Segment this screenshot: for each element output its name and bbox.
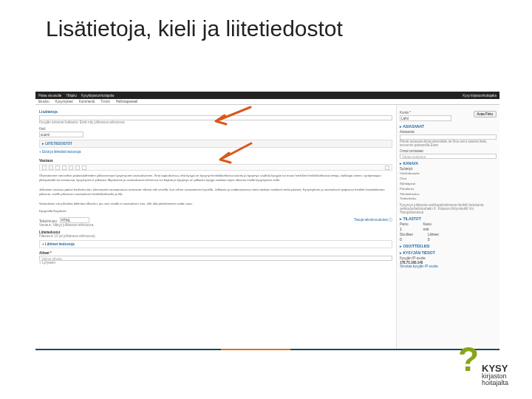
paino-label: Paino	[400, 222, 409, 226]
asiasanat-header[interactable]: ▸ ASIASANAT	[400, 124, 497, 129]
kesto-label: Kesto	[423, 222, 432, 226]
nav-home[interactable]: Etusivu	[38, 100, 50, 103]
liite2-add[interactable]: + Lähtiset tiedostoja	[39, 240, 392, 248]
expand-icon[interactable]	[385, 166, 389, 170]
aiheet-input[interactable]: Valitse aiheita	[39, 256, 392, 261]
kanava-item[interactable]: Chat	[400, 177, 497, 182]
right-pane: Avaa Finto Kunta * Lahti ▸ ASIASANAT Asi…	[396, 105, 499, 350]
nav-dashboard[interactable]: Hallintapaneeli	[116, 100, 138, 103]
asiasanat-label: Asiasanat	[400, 130, 497, 134]
osoite-header[interactable]: ▸ OSOITTEELIISI	[400, 244, 497, 248]
kieli-select[interactable]: suomi	[39, 132, 83, 137]
lisatiedot-header: Lisätietoja	[39, 109, 392, 114]
aiheet-add[interactable]: + Lyhyteen	[39, 261, 392, 265]
lisatiedot-field[interactable]	[39, 115, 392, 120]
editor-toolbar[interactable]	[39, 164, 392, 171]
kanava-list[interactable]: Verkkolomake Chat Sähköposti Puhelimet T…	[400, 171, 497, 202]
asiasanat-help: Päivät asiasana kirjotuskenttään tai fin…	[400, 140, 497, 147]
topbar: Palaa sivustolle Ylläpito Kysykirjastonh…	[35, 92, 499, 99]
lahde-value: 0	[428, 237, 439, 242]
sivu-value: 0	[400, 237, 413, 242]
sivu-label: Sivulliset	[400, 233, 413, 236]
kanava-header[interactable]: ▸ KANAVA	[400, 161, 497, 166]
kysyja-header[interactable]: ▸ KYSYJÄN TIEDOT	[400, 250, 497, 255]
kanava-item[interactable]: Verkkolomake	[400, 171, 497, 177]
nav-questions[interactable]: Kysymykset	[55, 100, 73, 103]
answer-body[interactable]: Ohjeistamme vieruvihan päätöskohteiden j…	[39, 174, 392, 206]
tilastot-header[interactable]: ▸ TILASTOT	[400, 216, 497, 221]
ip-label: Kysyjän IP-osoite	[400, 256, 497, 260]
liite2-help: Filesavun 10 (ei julkaiseva arkistossa)	[39, 234, 392, 238]
underline-icon[interactable]	[55, 166, 60, 170]
logo-sub2: hoitajalta	[482, 380, 508, 386]
aiheet-label: Aiheet *	[39, 251, 392, 255]
link-icon[interactable]	[69, 166, 73, 170]
italic-icon[interactable]	[49, 166, 53, 170]
lahde-label: Lähteet	[428, 233, 439, 236]
paino-value: 1	[400, 227, 409, 231]
ip-link[interactable]: Sinuttaa kysyjän IP-osoite	[400, 265, 497, 268]
brand-logo: ? KYSY kirjaston hoitajalta	[458, 347, 511, 393]
vastaus-header: Vastaus	[39, 158, 392, 163]
kieli-label: Kieli	[39, 127, 392, 131]
kanava-item[interactable]: Tekstinkäsitus	[400, 192, 497, 197]
navbar: Etusivu Kysymykset Kommentit Tunnit Hall…	[35, 99, 499, 105]
liite-add[interactable]: + Etsiä ja lähettää tiedostoja	[39, 150, 392, 154]
kanava-label: Syötetyö	[400, 167, 497, 171]
vapaat-label: Omat tunnisteet	[400, 149, 497, 153]
slide-title: Lisätietoja, kieli ja liitetiedostot	[0, 0, 532, 41]
quote-icon[interactable]	[75, 166, 80, 170]
nav-hours[interactable]: Tunnit	[100, 100, 109, 103]
format-link[interactable]: Tietoja tekstimuodoista ⓘ	[354, 218, 392, 222]
nav-comments[interactable]: Kommentit	[79, 100, 95, 103]
admin-link[interactable]: Ylläpito	[66, 94, 77, 98]
kanava-item[interactable]: Sähköposti	[400, 182, 497, 187]
avaa-finto-button[interactable]: Avaa Finto	[474, 111, 497, 117]
answer-help: Vastaus. Näkyy julkisessa arkistossa.	[39, 223, 392, 227]
list-icon[interactable]	[62, 166, 66, 170]
brand-a: Kysykirjastonhoitajalta	[81, 94, 115, 98]
format-select[interactable]: HTML	[60, 217, 89, 223]
brand-b: Kysy kirjastonhoitajalta	[463, 94, 497, 98]
kunta-select[interactable]: Lahti	[400, 115, 451, 121]
vapaat-input[interactable]: Vapaa asiasana	[400, 154, 497, 159]
bold-icon[interactable]	[42, 166, 47, 170]
kanava-item[interactable]: Tiedonhaku	[400, 197, 497, 202]
lisatiedot-help: Kysyjän antamat lisätiedot. Eivät näy ju…	[39, 120, 392, 124]
liite-accordion[interactable]: ▸ LIITETIEDOSTOT	[39, 140, 392, 148]
back-link[interactable]: Palaa sivustolle	[38, 94, 61, 98]
left-pane: Lisätietoja Kysyjän antamat lisätiedot. …	[35, 105, 396, 350]
image-icon[interactable]	[82, 166, 86, 170]
kanava-item[interactable]: Puhelimet	[400, 187, 497, 192]
kesto-value: min	[423, 227, 432, 231]
answer-sign: Kysyneltä Käyttäviä	[39, 209, 392, 214]
kanava-note: Kysymys julkisesta verkkopalvelimesta he…	[400, 203, 497, 214]
app-screenshot: Palaa sivustolle Ylläpito Kysykirjastonh…	[35, 92, 499, 350]
asiasanat-input[interactable]	[400, 134, 497, 140]
footer-divider	[35, 349, 499, 350]
